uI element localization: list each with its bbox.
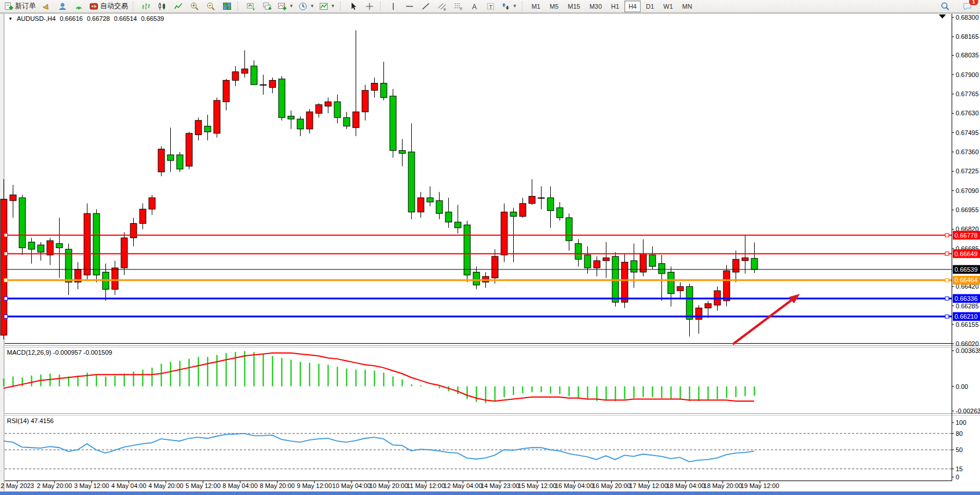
- rsi-axis-label: 100: [956, 419, 966, 426]
- search-icon: [941, 2, 950, 11]
- indicators-button[interactable]: ▼: [275, 0, 296, 13]
- time-axis-label: 2 May 20:00: [37, 482, 72, 489]
- candle-body: [742, 258, 748, 261]
- dropdown-caret-icon[interactable]: ▼: [310, 3, 315, 9]
- text-label-icon: T: [486, 2, 495, 11]
- signals-button[interactable]: [71, 0, 87, 13]
- timeframe-m15-button[interactable]: M15: [564, 1, 584, 12]
- timeframe-h4-button[interactable]: H4: [624, 1, 641, 12]
- candle-body: [418, 198, 424, 212]
- crosshair-button[interactable]: [361, 0, 378, 13]
- new-order-button[interactable]: 新订单: [2, 0, 38, 13]
- price-badge-label: 0.66336: [955, 295, 978, 302]
- line-handle: [4, 234, 8, 237]
- arrows-tool-button[interactable]: ▼: [499, 0, 520, 13]
- text-label-button[interactable]: T: [482, 0, 499, 13]
- timeframe-h1-button[interactable]: H1: [607, 1, 623, 12]
- price-axis-label: 0.67765: [956, 90, 979, 97]
- horizontal-line-button[interactable]: [401, 0, 418, 13]
- candle-body: [19, 198, 25, 248]
- text-button[interactable]: A: [466, 0, 482, 13]
- sound-icon: [42, 2, 51, 11]
- notification-badge: 1: [968, 0, 979, 6]
- line-chart-button[interactable]: [170, 0, 187, 13]
- candle-body: [594, 261, 600, 268]
- tile-windows-button[interactable]: [219, 0, 235, 13]
- cursor-button[interactable]: [345, 0, 361, 13]
- toolbar-separator: [133, 2, 136, 11]
- signals-icon: [74, 2, 83, 11]
- candlestick-chart-button[interactable]: [154, 0, 170, 13]
- fibonacci-button[interactable]: F: [450, 0, 466, 13]
- template-button[interactable]: ▼: [317, 0, 338, 13]
- horizontal-line-icon: [405, 2, 414, 11]
- search-button[interactable]: [937, 0, 953, 13]
- candle-body: [251, 66, 257, 85]
- macd-axis-label: 0.003635: [956, 347, 980, 354]
- auto-trading-button[interactable]: 自动交易: [87, 0, 130, 13]
- macd-axis-label: 0.00: [956, 383, 968, 390]
- timeframe-m30-button[interactable]: M30: [586, 1, 606, 12]
- time-axis-label: 16 May 04:00: [555, 482, 594, 489]
- candle-body: [297, 119, 303, 129]
- channel-button[interactable]: E: [434, 0, 450, 13]
- price-axis-label: 0.67630: [956, 110, 979, 117]
- candle-body: [316, 105, 322, 114]
- time-axis-label: 9 May 12:00: [297, 482, 332, 489]
- candle-body: [334, 102, 341, 118]
- period-clock-button[interactable]: ▼: [296, 0, 317, 13]
- candle-body: [214, 100, 220, 133]
- price-axis-label: 0.67360: [956, 148, 979, 155]
- candle-body: [204, 126, 211, 132]
- vertical-line-button[interactable]: [385, 0, 401, 13]
- timeframe-m1-button[interactable]: M1: [528, 1, 544, 12]
- symbol-period-label: AUDUSD-,H4: [17, 15, 56, 22]
- price-axis-label: 0.66020: [956, 340, 979, 347]
- dropdown-caret-icon[interactable]: ▼: [513, 3, 517, 9]
- cascade-button[interactable]: [259, 0, 275, 13]
- timeframe-d1-button[interactable]: D1: [642, 1, 658, 12]
- zoom-out-button[interactable]: [203, 0, 219, 13]
- dropdown-caret-icon[interactable]: ▼: [331, 3, 335, 9]
- candle-body: [232, 72, 239, 81]
- dropdown-caret-icon[interactable]: ▼: [289, 3, 294, 9]
- chat-button[interactable]: 1: [959, 0, 975, 13]
- time-axis-label: 18 May 04:00: [666, 482, 705, 489]
- timeframe-m5-button[interactable]: M5: [546, 1, 562, 12]
- price-badge-label: 0.66778: [955, 232, 978, 239]
- candle-body: [455, 222, 461, 228]
- time-axis-label: 15 May 12:00: [518, 482, 557, 489]
- sound-button[interactable]: [38, 0, 54, 13]
- candle-body: [38, 245, 44, 252]
- timeframe-mn-button[interactable]: MN: [678, 1, 696, 12]
- price-badge-label: 0.66464: [955, 276, 978, 283]
- candle-body: [696, 308, 702, 319]
- auto-arrange-button[interactable]: [243, 0, 259, 13]
- close-value: 0.66539: [141, 15, 164, 22]
- candle-body: [140, 209, 146, 224]
- toolbar-separator: [340, 2, 343, 11]
- chevron-down-icon[interactable]: ▼: [8, 16, 13, 21]
- price-axis-label: 0.66155: [956, 321, 979, 328]
- candle-body: [242, 69, 248, 73]
- candle-body: [575, 243, 582, 259]
- time-axis-label: 5 May 12:00: [185, 482, 221, 489]
- chart-canvas[interactable]: 0.683000.681650.680350.679000.677650.676…: [0, 0, 980, 495]
- candle-body: [279, 79, 285, 118]
- auto-trading-label: 自动交易: [100, 1, 128, 11]
- time-axis-label: 18 May 20:00: [704, 482, 743, 489]
- main-toolbar: 新订单 自动交易 ▼▼▼ EFAT▼ M1M5M15M30H1H4D1W1MN …: [0, 0, 980, 13]
- bar-chart-button[interactable]: [138, 0, 154, 13]
- fibonacci-icon: F: [454, 2, 463, 11]
- zoom-in-icon: [190, 2, 199, 11]
- auto-trading-icon: [89, 2, 98, 11]
- vertical-line-icon: [389, 2, 398, 11]
- timeframe-w1-button[interactable]: W1: [659, 1, 677, 12]
- trendline-button[interactable]: [418, 0, 434, 13]
- community-button[interactable]: [54, 0, 71, 13]
- tile-windows-icon: [222, 2, 232, 11]
- candle-body: [84, 213, 90, 275]
- line-handle: [4, 297, 8, 300]
- zoom-in-button[interactable]: [187, 0, 203, 13]
- candle-body: [121, 238, 127, 268]
